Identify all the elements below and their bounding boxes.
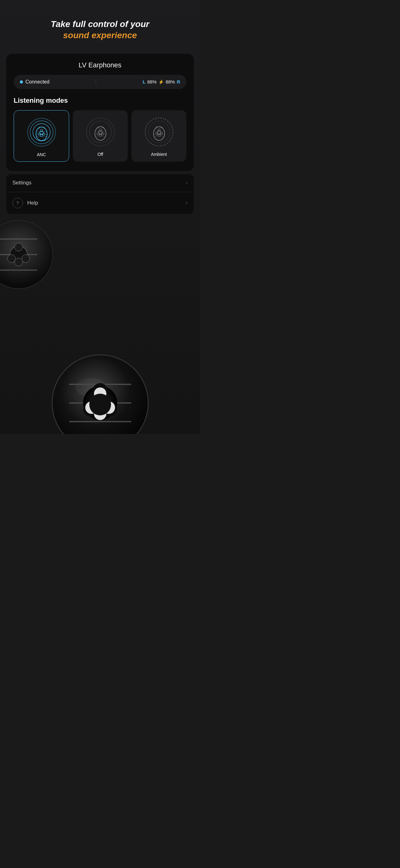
settings-chevron: › [186,180,188,186]
svg-point-0 [28,118,56,146]
svg-point-21 [99,134,102,136]
svg-point-47 [7,254,15,262]
svg-point-48 [14,258,23,266]
battery-info: L 88% ⚡ 88% R [143,79,180,85]
connection-status: Connected [26,79,49,85]
svg-point-8 [40,134,43,136]
mode-ambient[interactable]: Ambient [131,110,186,162]
main-card: LV Earphones Connected ⋮ L 88% ⚡ 88% R L… [6,54,194,171]
status-divider: ⋮ [93,79,99,85]
svg-point-2 [33,124,50,141]
earphone-left-decoration [0,217,56,292]
svg-point-34 [158,134,160,136]
battery-right-pct: 88% [166,79,175,85]
svg-point-14 [87,118,114,146]
page: Take full control of your sound experien… [0,0,200,434]
mode-anc[interactable]: ANC [14,110,69,162]
menu-section: Settings › ? Help › [6,174,194,214]
svg-point-27 [145,118,173,146]
svg-point-1 [30,121,53,144]
help-chevron: › [186,199,188,206]
ambient-icon [143,116,174,148]
battery-right-label: R [177,79,180,85]
help-menu-item[interactable]: ? Help › [6,192,194,214]
svg-point-18 [99,129,102,131]
header-section: Take full control of your sound experien… [0,0,200,51]
device-name: LV Earphones [14,61,186,69]
anc-icon [26,117,57,148]
svg-point-28 [148,121,170,143]
svg-point-62 [89,394,111,415]
svg-point-31 [158,129,160,131]
anc-label: ANC [37,152,46,157]
header-line1: Take full control of your [12,19,188,30]
settings-label: Settings [12,180,31,186]
bolt-icon: ⚡ [159,80,164,85]
help-icon: ? [12,198,23,208]
mode-off[interactable]: Off [73,110,128,162]
off-icon [85,116,116,148]
svg-point-46 [22,254,30,262]
status-left: Connected [20,79,49,85]
modes-grid: ANC [14,110,186,162]
earphone-bottom-decoration [51,353,150,434]
off-label: Off [97,152,103,157]
listening-modes-title: Listening modes [14,97,186,104]
svg-point-5 [40,129,43,132]
battery-left-label: L [143,79,145,85]
connection-dot [20,81,23,84]
battery-left-pct: 88% [147,79,157,85]
settings-menu-item[interactable]: Settings › [6,174,194,192]
help-label: Help [27,200,38,206]
help-item-left: ? Help [12,198,38,208]
ambient-label: Ambient [151,152,167,157]
settings-item-left: Settings [12,180,31,186]
header-line2: sound experience [12,30,188,41]
svg-point-15 [90,121,111,143]
svg-point-45 [14,243,23,251]
status-bar: Connected ⋮ L 88% ⚡ 88% R [14,75,186,89]
